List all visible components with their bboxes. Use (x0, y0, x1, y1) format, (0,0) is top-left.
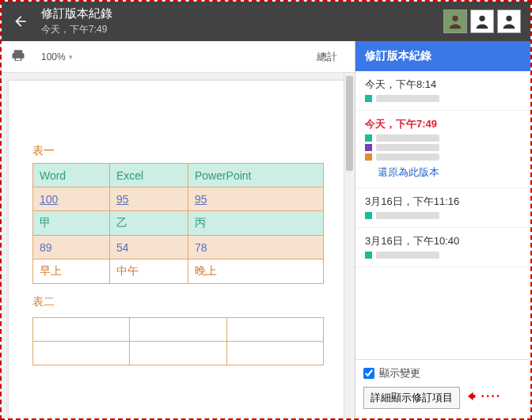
revision-time: 今天，下午7:49 (365, 117, 521, 131)
revision-list: 今天，下午8:14今天，下午7:49還原為此版本3月16日，下午11:163月1… (355, 71, 530, 359)
table-row: 早上 中午 晚上 (32, 259, 323, 284)
revision-item[interactable]: 3月16日，下午10:40 (355, 228, 530, 267)
avatar[interactable] (443, 9, 467, 33)
cell: PowerPoint (188, 164, 323, 187)
toolbar: 100% ▾ 總計 (2, 41, 355, 73)
revision-time: 今天，下午8:14 (365, 78, 521, 92)
editor-row (365, 212, 521, 219)
editor-color-swatch (365, 144, 372, 151)
restore-version-link[interactable]: 還原為此版本 (378, 165, 521, 180)
editor-name-blurred (376, 212, 439, 219)
editor-row (365, 144, 521, 151)
editor-color-swatch (365, 134, 372, 142)
editor-name-blurred (376, 252, 439, 259)
avatar[interactable] (470, 9, 494, 33)
page-title: 修訂版本紀錄 (41, 6, 443, 21)
revision-editors (365, 212, 521, 219)
print-icon[interactable] (11, 48, 25, 66)
collaborator-avatars (443, 9, 521, 33)
table1-title: 表一 (32, 144, 324, 158)
table-row (32, 342, 323, 365)
cell: 乙 (109, 211, 188, 236)
document-scroll-area[interactable]: 表一 Word Excel PowerPoint 100 95 95 (2, 73, 355, 418)
revision-sidebar: 修訂版本紀錄 今天，下午8:14今天，下午7:49還原為此版本3月16日，下午1… (355, 41, 530, 418)
editor-row (365, 95, 521, 102)
editor-row (365, 252, 521, 259)
editor-name-blurred (376, 144, 439, 151)
editor-color-swatch (365, 252, 372, 259)
revision-time: 3月16日，下午11:16 (365, 195, 521, 209)
sidebar-footer: 顯示變更 詳細顯示修訂項目 ···· (355, 359, 530, 418)
editor-row (365, 134, 521, 142)
svg-point-2 (506, 16, 511, 21)
editor-name-blurred (376, 153, 439, 161)
editor-color-swatch (365, 153, 372, 161)
revision-item[interactable]: 今天，下午7:49還原為此版本 (355, 111, 530, 188)
cell: 晚上 (188, 259, 323, 284)
cell: 甲 (32, 211, 109, 236)
revision-editors (365, 95, 521, 102)
editor-color-swatch (365, 212, 372, 219)
zoom-value: 100% (41, 51, 66, 62)
cell: 中午 (109, 259, 188, 284)
document-paper: 表一 Word Excel PowerPoint 100 95 95 (9, 81, 348, 418)
back-arrow-icon[interactable] (8, 9, 33, 34)
detail-revisions-button[interactable]: 詳細顯示修訂項目 (363, 387, 460, 409)
table-row: 89 54 78 (32, 236, 323, 259)
editor-row (365, 153, 521, 161)
chevron-down-icon: ▾ (69, 53, 73, 61)
cell: 早上 (32, 259, 109, 284)
show-changes-label: 顯示變更 (379, 366, 420, 380)
zoom-dropdown[interactable]: 100% ▾ (41, 51, 73, 62)
app-frame: 修訂版本紀錄 今天，下午7:49 100% ▾ (0, 0, 532, 420)
table-two (32, 317, 324, 365)
vertical-scrollbar[interactable] (344, 73, 355, 418)
cell: Word (32, 164, 109, 187)
revision-item[interactable]: 3月16日，下午11:16 (355, 188, 530, 228)
revision-editors (365, 252, 521, 259)
table-row: 100 95 95 (32, 187, 323, 211)
revision-item[interactable]: 今天，下午8:14 (355, 71, 530, 111)
avatar[interactable] (497, 9, 521, 33)
cell: 95 (188, 187, 323, 211)
table-row (32, 318, 323, 342)
revision-time: 3月16日，下午10:40 (365, 234, 521, 248)
svg-point-0 (452, 16, 458, 21)
cell: 丙 (188, 211, 323, 236)
table-one: Word Excel PowerPoint 100 95 95 甲 乙 (32, 163, 324, 284)
editor-name-blurred (376, 134, 439, 142)
cell: 78 (188, 236, 323, 259)
svg-point-1 (479, 16, 484, 21)
show-changes-input[interactable] (363, 368, 374, 379)
cell: 100 (32, 187, 109, 211)
cell: 54 (109, 236, 188, 259)
cell: 89 (32, 236, 109, 259)
revision-editors (365, 134, 521, 161)
cell: Excel (109, 164, 188, 187)
editor-color-swatch (365, 95, 372, 102)
toolbar-right-label: 總計 (317, 50, 345, 64)
document-column: 100% ▾ 總計 表一 Word Excel PowerPoint (2, 41, 355, 418)
editor-name-blurred (376, 95, 439, 102)
table2-title: 表二 (32, 295, 324, 309)
page-subtitle: 今天，下午7:49 (41, 23, 443, 36)
header-bar: 修訂版本紀錄 今天，下午7:49 (2, 2, 530, 41)
table-row: Word Excel PowerPoint (32, 164, 323, 187)
sidebar-title: 修訂版本紀錄 (355, 41, 530, 71)
table-row: 甲 乙 丙 (32, 211, 323, 236)
callout-arrow-icon: ···· (468, 389, 501, 403)
header-title-block: 修訂版本紀錄 今天，下午7:49 (41, 6, 443, 36)
cell: 95 (109, 187, 188, 211)
body: 100% ▾ 總計 表一 Word Excel PowerPoint (2, 41, 530, 418)
scrollbar-thumb[interactable] (346, 76, 353, 171)
show-changes-checkbox[interactable]: 顯示變更 (363, 366, 522, 380)
